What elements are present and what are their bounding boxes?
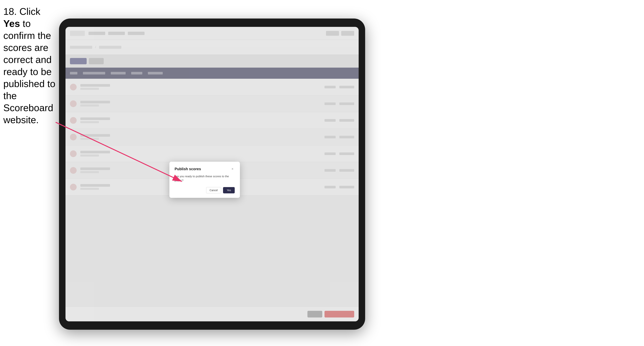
publish-scores-dialog: Publish scores × Are you ready to publis… — [170, 162, 240, 198]
dialog-title: Publish scores — [174, 167, 201, 171]
instruction-before-bold: Click — [17, 6, 40, 17]
cancel-button[interactable]: Cancel — [206, 187, 221, 193]
step-number: 18. — [3, 6, 17, 17]
instruction-after-bold: to confirm the scores are correct and re… — [3, 18, 55, 125]
yes-button[interactable]: Yes — [223, 187, 235, 193]
modal-body: Are you ready to publish these scores to… — [174, 174, 235, 183]
instruction-bold-word: Yes — [3, 18, 20, 29]
tablet-device: / — [59, 18, 365, 330]
instruction-text: 18. Click Yes to confirm the scores are … — [3, 5, 57, 126]
modal-footer: Cancel Yes — [174, 187, 235, 193]
dialog-message: Are you ready to publish these scores to… — [174, 174, 235, 183]
dialog-close-button[interactable]: × — [230, 167, 235, 171]
modal-header: Publish scores × — [174, 167, 235, 171]
modal-overlay: Publish scores × Are you ready to publis… — [66, 27, 359, 321]
tablet-screen: / — [66, 27, 359, 321]
